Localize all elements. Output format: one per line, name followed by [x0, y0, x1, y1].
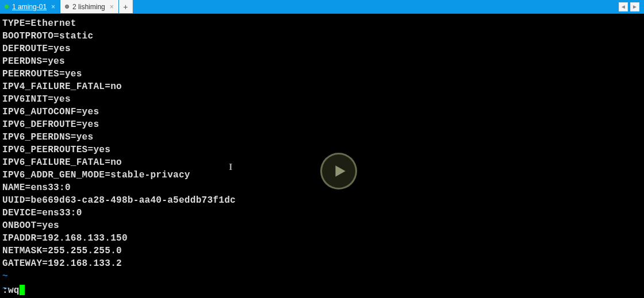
- play-icon: [332, 164, 347, 179]
- prev-tab-icon[interactable]: ◄: [619, 2, 628, 11]
- config-line: IPV6_PEERDNS=yes: [2, 131, 642, 144]
- text-caret-icon: I: [229, 161, 229, 170]
- vim-empty-line: ~: [2, 270, 642, 282]
- tab-aming-01[interactable]: 1 aming-01 ×: [0, 0, 60, 13]
- config-line: IPV6_DEFROUTE=yes: [2, 118, 642, 131]
- next-tab-icon[interactable]: ►: [630, 2, 639, 11]
- config-line: IPV6_AUTOCONF=yes: [2, 106, 642, 118]
- config-line: PEERROUTES=yes: [2, 68, 642, 80]
- new-tab-button[interactable]: +: [119, 0, 133, 13]
- config-line: DEFROUTE=yes: [2, 42, 642, 55]
- tab-bar: 1 aming-01 × 2 lishiming × + ◄ ►: [0, 0, 644, 14]
- terminal-view[interactable]: TYPE=Ethernet BOOTPROTO=static DEFROUTE=…: [0, 14, 644, 298]
- terminal-cursor-icon: [20, 285, 25, 295]
- tab-index: 1: [12, 3, 16, 11]
- config-line: UUID=be669d63-ca28-498b-aa40-a5eddb73f1d…: [2, 194, 642, 207]
- config-line: TYPE=Ethernet: [2, 17, 642, 30]
- status-dot-connected-icon: [5, 5, 9, 9]
- close-icon[interactable]: ×: [51, 3, 55, 11]
- tab-title: lishiming: [78, 3, 105, 11]
- tab-lishiming[interactable]: 2 lishiming ×: [60, 0, 119, 13]
- config-line: IPADDR=192.168.133.150: [2, 232, 642, 245]
- config-line: BOOTPROTO=static: [2, 30, 642, 42]
- config-line: PEERDNS=yes: [2, 55, 642, 68]
- vim-empty-line: ~: [2, 282, 642, 295]
- config-line: DEVICE=ens33:0: [2, 207, 642, 219]
- tab-title: aming-01: [18, 3, 47, 11]
- config-line: NAME=ens33:0: [2, 181, 642, 194]
- config-line: IPV6INIT=yes: [2, 93, 642, 106]
- command-text: :wq: [2, 285, 20, 296]
- tab-index: 2: [72, 3, 76, 11]
- config-line: NETMASK=255.255.255.0: [2, 245, 642, 257]
- play-button[interactable]: [320, 153, 357, 189]
- config-line: IPV6_PEERROUTES=yes: [2, 144, 642, 156]
- config-line: ONBOOT=yes: [2, 219, 642, 232]
- config-line: GATEWAY=192.168.133.2: [2, 257, 642, 270]
- config-line: IPV4_FAILURE_FATAL=no: [2, 80, 642, 93]
- status-dot-modified-icon: [65, 5, 69, 9]
- tab-nav-right: ◄ ►: [614, 0, 644, 13]
- vim-command-line[interactable]: :wq: [2, 284, 25, 297]
- close-icon[interactable]: ×: [110, 3, 114, 11]
